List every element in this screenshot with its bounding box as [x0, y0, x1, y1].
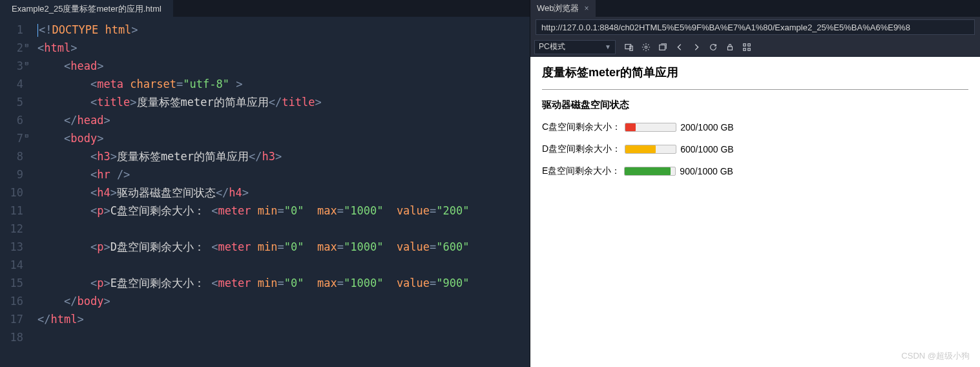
- editor-panel: Example2_25度量标签meter的应用.html 1 2⊟ 3⊟ 4 5…: [0, 0, 530, 367]
- editor-tab[interactable]: Example2_25度量标签meter的应用.html: [0, 0, 173, 17]
- meter-label: D盘空间剩余大小：: [542, 143, 621, 155]
- page-title: 度量标签meter的简单应用: [542, 65, 968, 80]
- url-bar: [530, 17, 980, 37]
- back-icon[interactable]: [671, 40, 688, 54]
- line-number: 1: [0, 21, 23, 39]
- line-number: 9: [0, 165, 23, 184]
- browser-toolbar: PC模式 ▼: [530, 37, 980, 57]
- browser-panel: Web浏览器 × PC模式 ▼ 度量标签meter的简单应用 驱动器磁盘空间状态…: [530, 0, 980, 367]
- editor-tab-bar: Example2_25度量标签meter的应用.html: [0, 0, 530, 17]
- line-number: 15: [0, 274, 23, 292]
- section-heading: 驱动器磁盘空间状态: [542, 99, 968, 111]
- line-number: 4: [0, 75, 23, 93]
- svg-rect-7: [744, 48, 746, 50]
- meter-value: 600/1000 GB: [680, 144, 734, 154]
- meter-label: C盘空间剩余大小：: [542, 121, 621, 133]
- browser-tab[interactable]: Web浏览器 ×: [530, 0, 596, 17]
- meter-d: [625, 145, 676, 154]
- meter-c: [625, 123, 676, 132]
- preview-area: 度量标签meter的简单应用 驱动器磁盘空间状态 C盘空间剩余大小： 200/1…: [530, 57, 980, 367]
- line-number: 14: [0, 256, 23, 274]
- svg-rect-4: [728, 47, 733, 50]
- svg-rect-6: [748, 43, 751, 46]
- meter-value: 900/1000 GB: [680, 166, 733, 176]
- line-number: 3⊟: [0, 57, 23, 75]
- new-window-icon[interactable]: [654, 40, 671, 54]
- meter-label: E盘空间剩余大小：: [542, 165, 620, 177]
- browser-tab-bar: Web浏览器 ×: [530, 0, 980, 17]
- svg-rect-3: [660, 45, 665, 50]
- line-number: 17: [0, 310, 23, 328]
- line-number: 8: [0, 147, 23, 165]
- line-number: 6: [0, 111, 23, 129]
- line-number: 11: [0, 202, 23, 220]
- lock-icon[interactable]: [722, 40, 738, 54]
- line-number: 18: [0, 328, 23, 346]
- close-icon[interactable]: ×: [585, 4, 589, 13]
- meter-row: C盘空间剩余大小： 200/1000 GB: [542, 121, 968, 133]
- responsive-icon[interactable]: [621, 40, 638, 54]
- hr: [542, 89, 968, 90]
- meter-value: 200/1000 GB: [680, 122, 734, 132]
- meter-row: D盘空间剩余大小： 600/1000 GB: [542, 143, 968, 155]
- svg-rect-5: [744, 43, 746, 46]
- line-number: 5: [0, 93, 23, 111]
- svg-rect-8: [748, 48, 751, 50]
- browser-tab-label: Web浏览器: [537, 3, 579, 14]
- line-number: 7⊟: [0, 129, 23, 147]
- gear-icon[interactable]: [638, 40, 654, 54]
- line-number: 13: [0, 238, 23, 256]
- qr-icon[interactable]: [738, 40, 755, 54]
- line-number: 10: [0, 184, 23, 202]
- meter-e: [624, 167, 676, 176]
- mode-label: PC模式: [539, 41, 565, 52]
- meter-row: E盘空间剩余大小： 900/1000 GB: [542, 165, 968, 177]
- line-number: 16: [0, 292, 23, 310]
- code-area[interactable]: 1 2⊟ 3⊟ 4 5 6 7⊟ 8 9 10 11 12 13 14 15 1…: [0, 17, 530, 367]
- code-lines[interactable]: <!DOCTYPE html> <html> <head> <meta char…: [28, 21, 530, 367]
- forward-icon[interactable]: [688, 40, 705, 54]
- url-input[interactable]: [536, 19, 975, 35]
- chevron-down-icon: ▼: [605, 43, 611, 50]
- line-number: 12: [0, 220, 23, 238]
- svg-point-2: [645, 46, 647, 48]
- line-gutter: 1 2⊟ 3⊟ 4 5 6 7⊟ 8 9 10 11 12 13 14 15 1…: [0, 21, 28, 367]
- refresh-icon[interactable]: [705, 40, 722, 54]
- line-number: 2⊟: [0, 39, 23, 57]
- mode-select[interactable]: PC模式 ▼: [534, 40, 616, 54]
